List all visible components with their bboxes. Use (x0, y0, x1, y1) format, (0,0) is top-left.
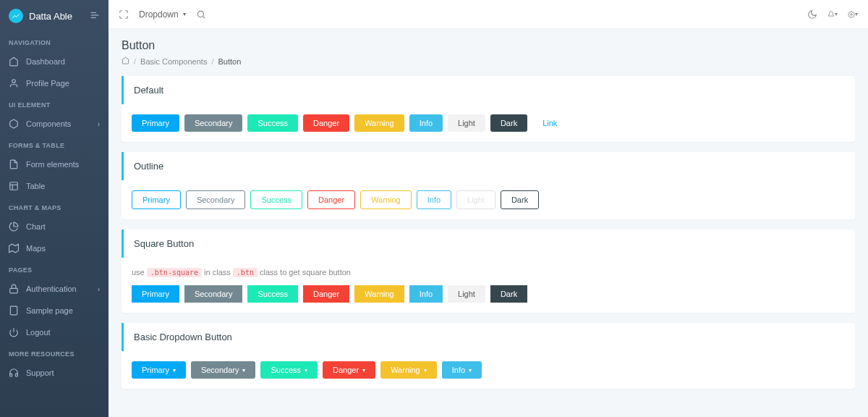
page-icon (9, 306, 19, 316)
link-button[interactable]: Link (532, 114, 567, 132)
chevron-down-icon: ▾ (855, 11, 858, 17)
primary-outline-button[interactable]: Primary (132, 190, 181, 209)
secondary-dropdown-button[interactable]: Secondary▾ (191, 361, 256, 379)
danger-outline-button[interactable]: Danger (307, 190, 355, 209)
secondary-outline-button[interactable]: Secondary (186, 190, 246, 209)
desc-text: use (132, 268, 147, 277)
light-button[interactable]: Light (448, 114, 485, 132)
topbar: Dropdown ▾ ▾ ▾ (109, 0, 868, 29)
breadcrumb-sep: / (211, 57, 213, 66)
sidebar-item-support[interactable]: Support (0, 362, 109, 384)
light-outline-button[interactable]: Light (456, 190, 495, 209)
nav-section-title: UI ELEMENT (0, 94, 109, 113)
button-row-default: Primary Secondary Success Danger Warning… (132, 114, 845, 132)
sidebar: Datta Able NAVIGATIONDashboardProfile Pa… (0, 0, 109, 417)
breadcrumb-basic-components[interactable]: Basic Components (140, 57, 207, 66)
card-title: Outline (122, 152, 855, 180)
warning-square-button[interactable]: Warning (354, 285, 404, 303)
fullscreen-icon[interactable] (119, 9, 129, 20)
lock-icon (9, 284, 19, 294)
nav-section-title: FORMS & TABLE (0, 135, 109, 153)
warning-dropdown-button[interactable]: Warning▾ (380, 361, 437, 379)
success-outline-button[interactable]: Success (250, 190, 302, 209)
sidebar-item-table[interactable]: Table (0, 175, 109, 197)
button-label: Secondary (201, 366, 239, 374)
chevron-down-icon: ▾ (835, 11, 838, 17)
desc-text: class to get square button (260, 268, 351, 277)
warning-outline-button[interactable]: Warning (360, 190, 412, 209)
notifications-icon[interactable]: ▾ (827, 9, 838, 20)
sidebar-item-label: Sample page (26, 306, 73, 315)
breadcrumb-sep: / (134, 57, 136, 66)
sidebar-item-maps[interactable]: Maps (0, 237, 109, 259)
info-dropdown-button[interactable]: Info▾ (442, 361, 482, 379)
user-icon (9, 78, 19, 88)
warning-button[interactable]: Warning (354, 114, 404, 132)
primary-square-button[interactable]: Primary (132, 285, 179, 303)
info-outline-button[interactable]: Info (417, 190, 451, 209)
dark-outline-button[interactable]: Dark (501, 190, 539, 209)
map-icon (9, 243, 19, 253)
danger-dropdown-button[interactable]: Danger▾ (323, 361, 375, 379)
sidebar-item-logout[interactable]: Logout (0, 321, 109, 343)
caret-down-icon: ▾ (469, 367, 472, 374)
dark-button[interactable]: Dark (490, 114, 527, 132)
breadcrumb-home-icon[interactable] (122, 56, 129, 66)
button-row-square: Primary Secondary Success Danger Warning… (132, 285, 845, 303)
box-icon (9, 119, 19, 129)
main: Dropdown ▾ ▾ ▾ Button (109, 0, 868, 417)
secondary-button[interactable]: Secondary (184, 114, 243, 132)
card-title: Basic Dropdown Button (122, 323, 855, 351)
dark-square-button[interactable]: Dark (490, 285, 527, 303)
file-icon (9, 159, 19, 169)
caret-down-icon: ▾ (305, 367, 307, 374)
button-label: Warning (391, 366, 420, 374)
brand[interactable]: Datta Able (0, 0, 109, 32)
card-default: Default Primary Secondary Success Danger… (122, 76, 855, 142)
button-row-dropdown: Primary▾ Secondary▾ Success▾ Danger▾ War… (132, 361, 845, 379)
pie-icon (9, 222, 19, 232)
caret-down-icon: ▾ (424, 367, 427, 374)
sidebar-collapse-icon[interactable] (90, 10, 100, 22)
svg-rect-9 (10, 306, 17, 315)
sidebar-item-authentication[interactable]: Authentication› (0, 278, 109, 300)
topbar-dropdown[interactable]: Dropdown ▾ (139, 9, 186, 20)
sidebar-item-label: Maps (26, 244, 46, 253)
chevron-down-icon: ▾ (183, 11, 186, 17)
brand-logo-icon (9, 9, 23, 23)
nav-section-title: MORE RESOURCES (0, 343, 109, 362)
success-dropdown-button[interactable]: Success▾ (260, 361, 318, 379)
secondary-square-button[interactable]: Secondary (184, 285, 243, 303)
sidebar-item-label: Authentication (26, 285, 77, 293)
chevron-right-icon: › (98, 120, 100, 128)
sidebar-item-label: Chart (26, 222, 46, 231)
svg-line-12 (203, 16, 205, 18)
info-button[interactable]: Info (409, 114, 443, 132)
sidebar-item-components[interactable]: Components› (0, 113, 109, 135)
sidebar-item-sample-page[interactable]: Sample page (0, 300, 109, 321)
danger-button[interactable]: Danger (303, 114, 349, 132)
svg-point-11 (197, 11, 203, 17)
settings-icon[interactable]: ▾ (848, 9, 858, 20)
sidebar-item-dashboard[interactable]: Dashboard (0, 51, 109, 72)
primary-dropdown-button[interactable]: Primary▾ (132, 361, 186, 379)
success-square-button[interactable]: Success (247, 285, 298, 303)
page-title: Button (122, 39, 855, 52)
svg-rect-4 (10, 182, 18, 190)
theme-toggle-icon[interactable] (807, 9, 817, 20)
sidebar-item-chart[interactable]: Chart (0, 216, 109, 237)
sidebar-item-label: Profile Page (26, 79, 69, 88)
search-icon[interactable] (196, 9, 206, 20)
danger-square-button[interactable]: Danger (303, 285, 349, 303)
success-button[interactable]: Success (247, 114, 298, 132)
info-square-button[interactable]: Info (409, 285, 443, 303)
card-title: Default (122, 76, 855, 104)
sidebar-item-label: Dashboard (26, 57, 65, 66)
sidebar-item-profile-page[interactable]: Profile Page (0, 72, 109, 94)
breadcrumb: / Basic Components / Button (122, 56, 855, 66)
light-square-button[interactable]: Light (448, 285, 485, 303)
sidebar-item-form-elements[interactable]: Form elements (0, 153, 109, 175)
sidebar-item-label: Logout (26, 328, 51, 337)
primary-button[interactable]: Primary (132, 114, 179, 132)
topbar-dropdown-label: Dropdown (139, 9, 179, 20)
